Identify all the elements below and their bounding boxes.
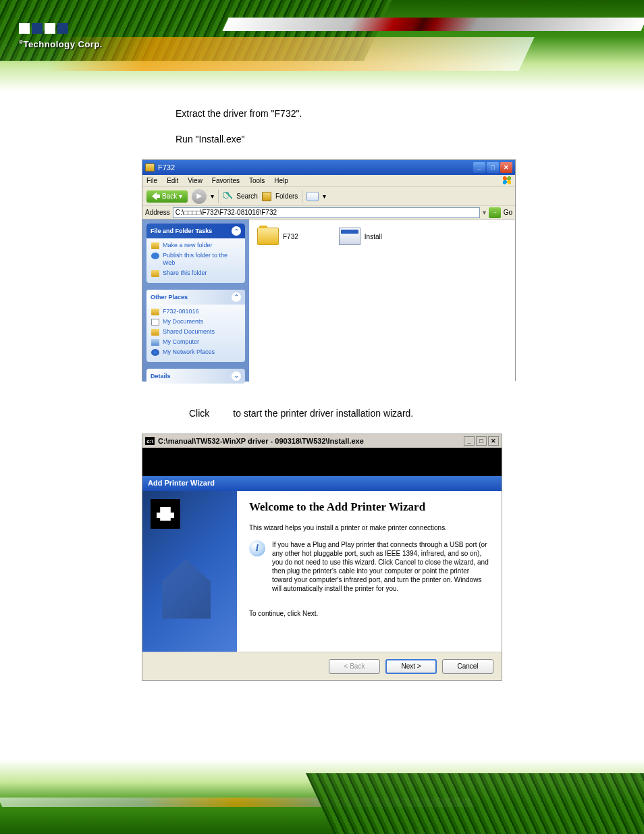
place-shared[interactable]: Shared Documents xyxy=(151,328,240,336)
minimize-button[interactable]: _ xyxy=(473,162,485,173)
search-button[interactable]: Search xyxy=(236,192,258,200)
explorer-titlebar[interactable]: F732 _ □ ✕ xyxy=(142,160,515,175)
folder-icon xyxy=(145,163,155,172)
views-icon[interactable] xyxy=(306,192,319,201)
address-label: Address xyxy=(145,209,170,216)
window-title: F732 xyxy=(158,163,175,172)
wizard-info-text: If you have a Plug and Play printer that… xyxy=(272,540,489,593)
wizard-button-bar: < Back Next > Cancel xyxy=(142,652,502,680)
menu-help[interactable]: Help xyxy=(274,177,288,184)
documents-icon xyxy=(151,319,159,325)
collapse-icon[interactable]: ⌃ xyxy=(232,292,241,302)
wizard-heading: Welcome to the Add Printer Wizard xyxy=(249,500,489,514)
file-install-exe[interactable]: Install xyxy=(339,228,382,245)
page-footer-band xyxy=(0,760,644,834)
maximize-button[interactable]: □ xyxy=(476,436,487,446)
go-label: Go xyxy=(504,209,512,216)
task-share[interactable]: Share this folder xyxy=(151,269,240,277)
network-icon xyxy=(151,349,159,356)
go-button[interactable]: → xyxy=(489,207,501,218)
cmd-title: C:\manual\TW532-WinXP driver - 090318\TW… xyxy=(158,437,364,445)
folders-button[interactable]: Folders xyxy=(275,192,298,200)
explorer-side-panel: File and Folder Tasks⌃ Make a new folder… xyxy=(142,219,249,382)
new-folder-icon xyxy=(151,242,159,249)
file-folder-tasks-header[interactable]: File and Folder Tasks⌃ xyxy=(146,224,245,238)
info-icon: i xyxy=(249,540,265,556)
maximize-button[interactable]: □ xyxy=(487,162,499,173)
windows-logo-icon xyxy=(502,176,512,185)
cmd-titlebar[interactable]: c:\ C:\manual\TW532-WinXP driver - 09031… xyxy=(142,434,502,448)
wizard-sidebar-art xyxy=(142,491,237,652)
page-header-band: ®Technology Corp. xyxy=(0,0,644,91)
place-mydocs[interactable]: My Documents xyxy=(151,318,240,325)
expand-icon[interactable]: ⌄ xyxy=(232,371,241,381)
forward-button[interactable] xyxy=(192,189,207,204)
close-button[interactable]: ✕ xyxy=(500,162,512,173)
details-header[interactable]: Details⌄ xyxy=(146,369,245,384)
cmd-icon: c:\ xyxy=(145,437,155,445)
folder-icon xyxy=(151,309,159,315)
step-extract: Extract the driver from "F732". xyxy=(142,108,574,119)
toolbar: Back ▾ ▾ Search Folders ▾ xyxy=(142,187,515,206)
menu-bar: File Edit View Favorites Tools Help xyxy=(142,175,515,187)
globe-icon xyxy=(151,253,159,259)
computer-icon xyxy=(151,339,159,346)
menu-file[interactable]: File xyxy=(146,177,157,184)
brand-logo: ®Technology Corp. xyxy=(19,23,103,49)
page-content: Extract the driver from "F732". Run "Ins… xyxy=(142,108,574,708)
step-run: Run "Install.exe" xyxy=(142,134,574,145)
collapse-icon[interactable]: ⌃ xyxy=(232,226,241,236)
header-stripe xyxy=(222,18,644,31)
other-places-header[interactable]: Other Places⌃ xyxy=(146,290,245,305)
cancel-button[interactable]: Cancel xyxy=(442,659,493,674)
task-new-folder[interactable]: Make a new folder xyxy=(151,242,240,249)
menu-edit[interactable]: Edit xyxy=(167,177,178,184)
share-icon xyxy=(151,270,159,277)
screenshot-wizard: c:\ C:\manual\TW532-WinXP driver - 09031… xyxy=(142,434,502,681)
file-folder-f732[interactable]: F732 xyxy=(257,228,298,245)
back-button: < Back xyxy=(329,659,380,674)
add-printer-wizard: Add Printer Wizard Welcome to the Add Pr… xyxy=(142,476,502,680)
address-bar: Address ▾ → Go xyxy=(142,206,515,219)
cmd-body xyxy=(142,448,502,476)
wizard-intro: This wizard helps you install a printer … xyxy=(249,523,489,532)
menu-view[interactable]: View xyxy=(188,177,203,184)
exe-icon xyxy=(339,228,360,245)
next-button[interactable]: Next > xyxy=(385,659,437,674)
folders-icon xyxy=(262,192,271,201)
minimize-button[interactable]: _ xyxy=(464,436,475,446)
close-button[interactable]: ✕ xyxy=(488,436,499,446)
wizard-titlebar[interactable]: Add Printer Wizard xyxy=(142,476,502,491)
place-mycomputer[interactable]: My Computer xyxy=(151,338,240,346)
back-button[interactable]: Back ▾ xyxy=(146,190,188,203)
screenshot-explorer: F732 _ □ ✕ File Edit View Favorites Tool… xyxy=(142,159,516,381)
step-click-next: Click to start the printer driver instal… xyxy=(142,408,574,419)
wizard-continue-text: To continue, click Next. xyxy=(249,609,489,618)
header-orange-glow xyxy=(46,37,534,71)
menu-favorites[interactable]: Favorites xyxy=(212,177,240,184)
address-input[interactable] xyxy=(173,207,480,218)
search-icon xyxy=(223,192,232,201)
place-network[interactable]: My Network Places xyxy=(151,348,240,356)
shared-folder-icon xyxy=(151,329,159,336)
file-list-area[interactable]: F732 Install xyxy=(249,219,515,382)
task-publish[interactable]: Publish this folder to the Web xyxy=(151,252,240,267)
printer-icon xyxy=(151,499,180,529)
footer-circuit-art xyxy=(306,773,644,834)
place-f732[interactable]: F732-081016 xyxy=(151,308,240,315)
folder-icon xyxy=(257,228,279,245)
menu-tools[interactable]: Tools xyxy=(249,177,265,184)
